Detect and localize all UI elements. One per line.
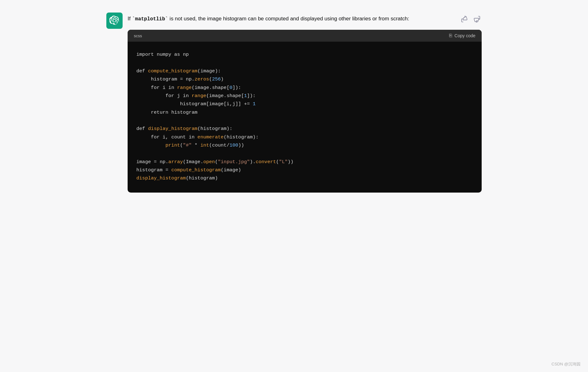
intro-text-after: is not used, the image histogram can be … (168, 16, 409, 22)
thumbs-up-button[interactable] (460, 14, 469, 24)
code-body: import numpy as np def compute_histogram… (128, 42, 482, 193)
watermark-text: CSDN @沉琦园 (551, 362, 580, 366)
chat-container: If `matplotlib` is not used, the image h… (106, 13, 482, 193)
code-header: scss ⎘ Copy code (128, 30, 482, 42)
copy-label: Copy code (454, 33, 475, 38)
message-row: If `matplotlib` is not used, the image h… (106, 13, 482, 193)
copy-code-button[interactable]: ⎘ Copy code (449, 33, 475, 39)
avatar (106, 13, 123, 29)
code-block: scss ⎘ Copy code import numpy as np def … (128, 30, 482, 193)
thumbs-down-button[interactable] (472, 14, 482, 24)
feedback-buttons (460, 14, 482, 24)
code-language-label: scss (134, 34, 142, 38)
intro-text-before: If (128, 16, 132, 22)
openai-logo-icon (109, 16, 119, 26)
thumbs-up-icon (461, 16, 468, 23)
thumbs-down-icon (474, 16, 480, 23)
message-intro-text: If `matplotlib` is not used, the image h… (128, 14, 482, 23)
message-content: If `matplotlib` is not used, the image h… (128, 13, 482, 193)
code-pre: import numpy as np def compute_histogram… (136, 50, 473, 183)
matplotlib-code-ref: `matplotlib` (132, 16, 168, 22)
copy-icon: ⎘ (449, 33, 452, 39)
watermark: CSDN @沉琦园 (551, 361, 580, 367)
